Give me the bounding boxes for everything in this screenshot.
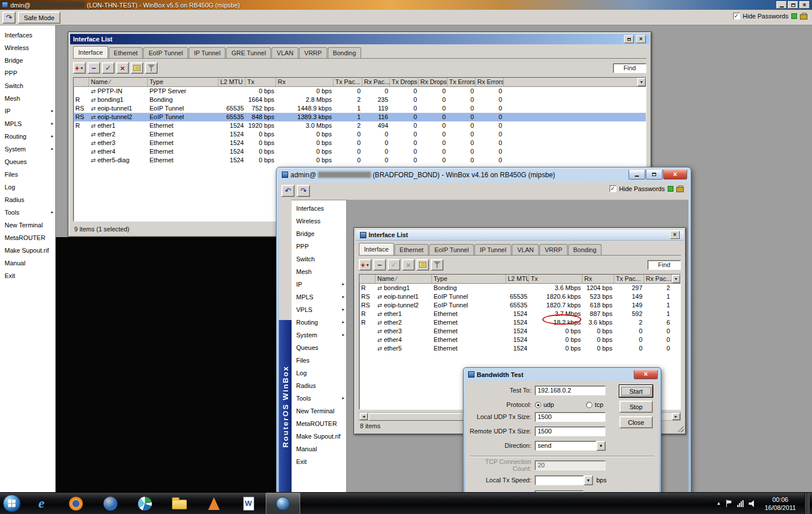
- minimize-button[interactable]: [629, 170, 645, 180]
- sidebar-item[interactable]: Bridge▸: [292, 227, 346, 240]
- sidebar-item[interactable]: MetaROUTER▸: [0, 231, 55, 244]
- sidebar-item[interactable]: Bridge▸: [0, 54, 55, 67]
- tab[interactable]: Interface: [73, 46, 108, 59]
- close-button[interactable]: ×: [663, 170, 687, 180]
- tab[interactable]: IP Tunnel: [189, 47, 225, 59]
- interface-row-ether4[interactable]: ⇄ether4 Ethernet 1524 0 bps 0 bps 0 0 0 …: [74, 147, 646, 156]
- start-button[interactable]: [3, 494, 21, 512]
- minimize-button[interactable]: [776, 1, 787, 9]
- restore-button[interactable]: [624, 35, 634, 43]
- column-tx-packet[interactable]: Tx Pac...: [614, 275, 644, 283]
- resize-grip[interactable]: [676, 425, 684, 432]
- sidebar-item[interactable]: Tools▸: [292, 392, 346, 405]
- tab[interactable]: Ethernet: [394, 244, 429, 256]
- sidebar-item[interactable]: New Terminal▸: [292, 405, 346, 417]
- local-tx-speed-input[interactable]: [535, 475, 584, 485]
- protocol-tcp-radio[interactable]: [586, 402, 592, 408]
- interface-row-PPTP-IN[interactable]: ⇄PPTP-IN PPTP Server 0 bps 0 bps 0 0 0 0…: [74, 87, 646, 96]
- taskbar-icon-thunderbird[interactable]: [93, 493, 128, 514]
- tab[interactable]: VRRP: [539, 244, 568, 256]
- direction-dropdown-button[interactable]: ▼: [596, 441, 606, 451]
- column-rx[interactable]: Rx: [276, 78, 334, 86]
- sidebar-item[interactable]: Files▸: [0, 168, 55, 181]
- tab[interactable]: Interface: [359, 243, 394, 256]
- tab[interactable]: VLAN: [512, 244, 539, 256]
- scroll-left-button[interactable]: ◄: [359, 413, 368, 420]
- test-to-input[interactable]: 192.168.0.2: [535, 386, 606, 395]
- sidebar-item[interactable]: Manual▸: [0, 257, 55, 269]
- sidebar-item[interactable]: New Terminal▸: [0, 219, 55, 231]
- sidebar-item[interactable]: Make Supout.rif▸: [292, 430, 346, 443]
- close-button[interactable]: ×: [634, 370, 658, 379]
- sidebar-item[interactable]: Log▸: [292, 367, 346, 379]
- sidebar-item[interactable]: Log▸: [0, 181, 55, 193]
- sidebar-item[interactable]: IP▸: [292, 278, 346, 291]
- filter-button[interactable]: [145, 62, 158, 74]
- column-tx[interactable]: Tx: [246, 78, 276, 86]
- sidebar-item[interactable]: Routing▸: [0, 130, 55, 143]
- tab[interactable]: Bonding: [568, 244, 602, 256]
- column-type[interactable]: Type: [148, 78, 219, 86]
- column-select-button[interactable]: ▼: [637, 78, 646, 86]
- interface-row-eoip-tunnel1[interactable]: RS ⇄eoip-tunnel1 EoIP Tunnel 65535 1820.…: [359, 292, 680, 301]
- interface-row-ether2[interactable]: ⇄ether2 Ethernet 1524 0 bps 0 bps 0 0 0 …: [74, 130, 646, 139]
- interface-row-ether5[interactable]: ⇄ether5 Ethernet 1524 0 bps 0 bps 0 0: [359, 344, 680, 353]
- disable-button[interactable]: ×: [402, 259, 415, 271]
- sidebar-item[interactable]: MPLS▸: [292, 291, 346, 303]
- find-box[interactable]: Find: [648, 260, 681, 270]
- tab[interactable]: VLAN: [271, 47, 298, 59]
- show-desktop-button[interactable]: [805, 493, 810, 514]
- network-icon[interactable]: [737, 500, 744, 507]
- tab[interactable]: GRE Tunnel: [226, 47, 271, 59]
- interface-row-eoip-tunnel2[interactable]: RS ⇄eoip-tunnel2 EoIP Tunnel 65535 1820.…: [359, 301, 680, 310]
- sidebar-item[interactable]: VPLS▸: [292, 303, 346, 316]
- sidebar-item[interactable]: Exit▸: [292, 455, 346, 468]
- local-tx-speed-dropdown-button[interactable]: ▼: [584, 475, 593, 485]
- interface-row-bonding1[interactable]: R ⇄bonding1 Bonding 1664 bps 2.8 Mbps 2 …: [74, 96, 646, 104]
- interface-row-ether1[interactable]: R ⇄ether1 Ethernet 1524 3.7 Mbps 887 bps…: [359, 310, 680, 318]
- taskbar-icon-pinwheel-app[interactable]: [128, 493, 162, 514]
- close-action-button[interactable]: Close: [619, 416, 653, 428]
- add-button[interactable]: +▼: [359, 259, 371, 271]
- sidebar-item[interactable]: MPLS▸: [0, 117, 55, 130]
- close-button[interactable]: ×: [636, 35, 646, 43]
- interface-row-eoip-tunnel2[interactable]: RS ⇄eoip-tunnel2 EoIP Tunnel 65535 848 b…: [74, 113, 646, 121]
- local-udp-tx-size-input[interactable]: 1500: [535, 412, 606, 422]
- sidebar-item[interactable]: PPP▸: [0, 67, 55, 79]
- sidebar-item[interactable]: Files▸: [292, 354, 346, 367]
- hidden-icons-button[interactable]: ▲: [717, 501, 721, 506]
- action-center-icon[interactable]: [726, 500, 732, 507]
- column-type[interactable]: Type: [432, 275, 506, 283]
- column-rx-packet[interactable]: Rx Pac...: [644, 275, 672, 283]
- sidebar-item[interactable]: Mesh▸: [0, 92, 55, 105]
- interface-row-ether5-diag[interactable]: ⇄ether5-diag Ethernet 1524 0 bps 0 bps 0…: [74, 156, 646, 165]
- maximize-button[interactable]: [646, 170, 662, 180]
- column-tx[interactable]: Tx: [529, 275, 583, 283]
- safe-mode-button[interactable]: Safe Mode: [18, 12, 60, 24]
- close-button[interactable]: ×: [670, 231, 680, 239]
- taskbar-icon-firefox[interactable]: [59, 493, 93, 514]
- tab[interactable]: EoIP Tunnel: [429, 244, 474, 256]
- sidebar-item[interactable]: PPP▸: [292, 240, 346, 253]
- column-name[interactable]: Name∕: [376, 275, 432, 283]
- enable-button[interactable]: ✓: [388, 259, 400, 271]
- stop-button[interactable]: Stop: [619, 401, 653, 413]
- scroll-right-button[interactable]: ►: [672, 413, 680, 420]
- interface-row-ether1[interactable]: R ⇄ether1 Ethernet 1524 1920 bps 3.0 Mbp…: [74, 121, 646, 130]
- undo-button[interactable]: ↷: [2, 12, 16, 24]
- sidebar-item[interactable]: System▸: [0, 143, 55, 155]
- sidebar-item[interactable]: Queues▸: [292, 341, 346, 354]
- column-rx-errors[interactable]: Rx Errors: [476, 78, 504, 86]
- interface-row-ether3[interactable]: ⇄ether3 Ethernet 1524 0 bps 0 bps 0 0 0 …: [74, 139, 646, 147]
- add-button[interactable]: +▼: [73, 62, 86, 74]
- column-name[interactable]: Name∕: [89, 78, 148, 86]
- enable-button[interactable]: ✓: [102, 62, 114, 74]
- tab[interactable]: Bonding: [328, 47, 361, 59]
- volume-icon[interactable]: [749, 500, 756, 507]
- interface-row-ether2[interactable]: R ⇄ether2 Ethernet 1524 18.2 kbps 3.6 kb…: [359, 318, 680, 327]
- sidebar-item[interactable]: Switch▸: [0, 79, 55, 92]
- remove-button[interactable]: −: [87, 62, 100, 74]
- remote-udp-tx-size-input[interactable]: 1500: [535, 427, 606, 436]
- column-l2mtu[interactable]: L2 MTU: [506, 275, 529, 283]
- sidebar-item[interactable]: Wireless▸: [292, 215, 346, 227]
